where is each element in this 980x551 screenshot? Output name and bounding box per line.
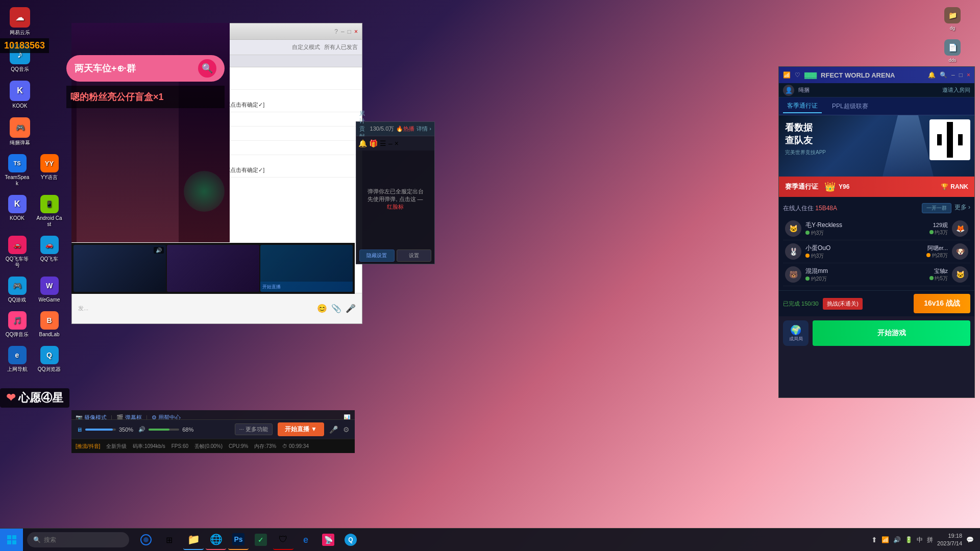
desktop-icon-qqbrowser[interactable]: Q QQ浏览器	[34, 343, 64, 375]
arena-map-btn[interactable]: 🌍 成局局	[783, 320, 808, 346]
taskbar-app-ie[interactable]: e	[296, 530, 316, 550]
arena-rank-icon: 🏆	[941, 183, 948, 190]
arena-start-btn[interactable]: 开始游戏	[813, 320, 970, 346]
taskbar-app-chrome[interactable]: 🌐	[206, 530, 226, 550]
qq-attach-btn[interactable]: 📎	[331, 304, 341, 313]
battle-btn[interactable]: 16v16 战战	[914, 294, 970, 313]
arena-userbar: 👤 绳捆 邀请入房间	[779, 83, 974, 97]
arena-search-icon[interactable]: 🔍	[940, 71, 947, 79]
qq-close-btn[interactable]: ×	[354, 28, 358, 35]
taskbar-search-box[interactable]: 🔍	[27, 532, 129, 547]
qq-emoji-btn[interactable]: 😊	[317, 304, 327, 313]
popup-settings-btn[interactable]: 设置	[397, 249, 432, 262]
popup-match-btn[interactable]: 隐藏设置	[359, 249, 395, 262]
arena-close-btn[interactable]: ×	[967, 71, 970, 79]
desktop-icon-bandlab[interactable]: B BandLab	[34, 308, 64, 341]
taskbar-app-file-explorer[interactable]: 📁	[183, 530, 204, 550]
desktop-icon-teamspeak[interactable]: TS TeamSpeak	[2, 151, 32, 190]
popup-icon-2[interactable]: 🎁	[369, 139, 378, 147]
arena-season-text: 赛季通行证	[785, 182, 818, 191]
tray-battery-icon[interactable]: 🔋	[905, 536, 913, 543]
zoom-slider[interactable]	[85, 429, 116, 431]
desktop-icon-kook[interactable]: K KOOK	[2, 78, 38, 112]
svg-point-5	[143, 537, 149, 542]
arena-nav-season[interactable]: 客季通行证	[783, 99, 822, 113]
thumb-2[interactable]	[167, 245, 259, 292]
popup-close[interactable]: ×	[395, 139, 399, 147]
player-avatar-right-1: 🐶	[952, 243, 968, 260]
popup-detail-btn[interactable]: 详情 ›	[416, 125, 431, 133]
taskbar-app-streaming[interactable]: 📡	[318, 530, 338, 550]
arena-more-btn[interactable]: 更多 ›	[954, 203, 970, 213]
tray-volume-icon[interactable]: 🔊	[893, 536, 901, 543]
taskbar-search-input[interactable]	[44, 536, 123, 543]
taskbar-app-antivirus[interactable]: 🛡	[273, 530, 293, 550]
desktop-icon-yy[interactable]: YY YY语言	[34, 151, 64, 190]
cam-toggle-icon[interactable]: ⚙	[343, 425, 350, 434]
popup-icon-3[interactable]: ☰	[380, 139, 386, 147]
tray-notification-icon[interactable]: 💬	[966, 536, 974, 543]
cortana-btn[interactable]	[133, 530, 159, 550]
qq-mic-btn[interactable]: 🎤	[346, 304, 356, 313]
qq-maximize-btn[interactable]: □	[348, 28, 351, 35]
desktop-icon-ie[interactable]: e 上网导航	[2, 343, 32, 375]
player-fans-0: 约3万	[805, 230, 925, 237]
popup-minimize[interactable]: –	[388, 139, 393, 147]
task-view-btn[interactable]: ⊞	[159, 530, 179, 550]
taskbar-app-qq[interactable]: Q	[340, 530, 361, 550]
windows-logo-icon	[7, 535, 17, 545]
desktop-icon-right-2[interactable]: 📄 dds	[937, 36, 968, 66]
desktop-icon-right-1[interactable]: 📁 dg	[937, 4, 968, 34]
wish-overlay: ❤ 心愿④星	[0, 383, 117, 413]
player-avatar-right-0: 🦊	[952, 220, 968, 237]
desktop-icon-wegame[interactable]: W WeGame	[34, 273, 64, 306]
player-viewers-2: 宝轴z	[929, 267, 948, 275]
svg-rect-0	[7, 535, 11, 539]
start-button[interactable]	[0, 529, 23, 552]
qq-mode-btn[interactable]: 自定义模式	[292, 43, 320, 51]
qq-window-btns: ? – □ ×	[334, 28, 358, 35]
thumb-3[interactable]: 开始直播	[260, 245, 353, 292]
arena-maximize-btn[interactable]: □	[959, 71, 963, 79]
volume-slider[interactable]	[149, 429, 179, 431]
desktop-icon-android[interactable]: 📱 Android Cast	[34, 192, 64, 231]
qq-help-icon[interactable]: ?	[334, 28, 338, 35]
arena-heart-icon: ♡	[795, 71, 800, 79]
tray-network-icon[interactable]: 📶	[881, 536, 889, 543]
popup-icon-1[interactable]: 🔔	[358, 139, 367, 147]
taskbar: 🔍 ⊞ 📁 🌐 Ps ✓	[0, 528, 980, 551]
arena-notif-icon[interactable]: 🔔	[928, 71, 936, 79]
arena-toggle-btn[interactable]: 一开一群	[922, 203, 951, 213]
qq-minimize-btn[interactable]: –	[341, 28, 345, 35]
desktop-icon-kook2[interactable]: K KOOK	[2, 192, 32, 231]
pink-search-overlay[interactable]: 两天车位+⊕·群 🔍	[66, 55, 225, 82]
search-icon[interactable]: 🔍	[198, 59, 216, 78]
thumb-1[interactable]: 🔊	[74, 245, 166, 292]
more-features-btn[interactable]: ··· 更多功能	[235, 423, 273, 435]
arena-nav: 客季通行证 PPL超级联赛	[779, 97, 974, 115]
desktop-icon-yunloyun[interactable]: ☁ 网易云乐	[2, 4, 38, 39]
desktop-icon-qqtanyin[interactable]: 🎵 QQ弹音乐	[2, 308, 32, 341]
tray-time-display: 19:18	[937, 532, 962, 540]
challenge-badge-btn[interactable]: 挑战(禾通关)	[823, 298, 863, 310]
taskbar-app-tick[interactable]: ✓	[251, 530, 271, 550]
stuffed-toy	[184, 171, 225, 212]
wish-text: ❤ 心愿④星	[0, 388, 69, 408]
desktop-icon-qqgame[interactable]: 🎮 QQ游戏	[2, 273, 32, 306]
desktop-icon-danmu[interactable]: 🎮 绳捆弹幕	[2, 114, 38, 149]
taskbar-app-photoshop[interactable]: Ps	[228, 530, 249, 550]
arena-nav-ppl[interactable]: PPL超级联赛	[828, 100, 872, 113]
mic-toggle-icon[interactable]: 🎤	[329, 425, 338, 434]
start-live-btn[interactable]: 开始直播 ▼	[278, 422, 324, 436]
desktop-icon-qqfeihua[interactable]: 🚗 QQ飞车等号	[2, 233, 32, 271]
arena-minimize-btn[interactable]: –	[951, 71, 955, 79]
desktop-icon-qqfly[interactable]: 🚗 QQ飞车	[34, 233, 64, 271]
cortana-icon	[140, 534, 152, 546]
qq-members-btn[interactable]: 所有人已发言	[324, 43, 358, 51]
taskbar-running-apps: 📁 🌐 Ps ✓ 🛡 e 📡 Q	[179, 530, 865, 550]
arena-join-room-btn[interactable]: 邀请入房间	[942, 86, 970, 94]
tray-up-arrow-icon[interactable]: ⬆	[871, 536, 877, 544]
arena-window: 📶 ♡ ▓▓▓ RFECT WORLD ARENA 🔔 🔍 – □ × 👤 绳捆…	[778, 66, 975, 398]
arena-challenge-row: 已完成 150/30 挑战(禾通关) 16v16 战战	[779, 290, 974, 316]
player-row-0: 🐱 毛Y·Reckless 约3万 129观 约3万 🦊	[783, 217, 970, 240]
